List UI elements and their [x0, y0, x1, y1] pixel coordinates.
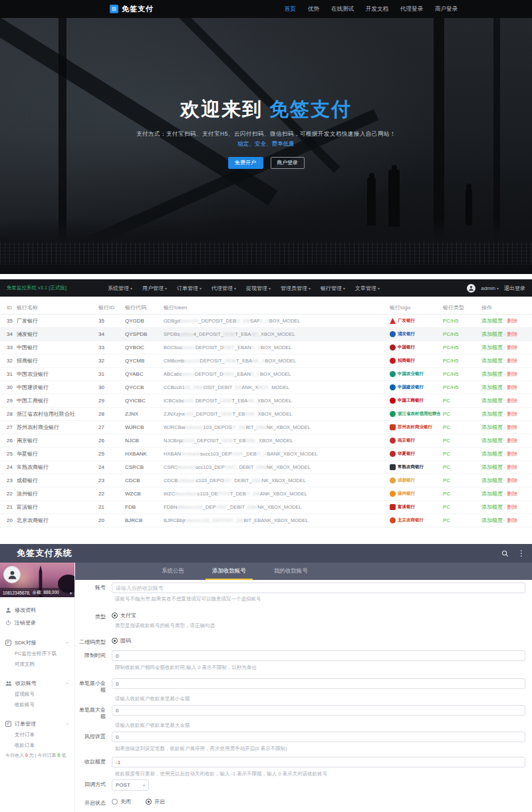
add-quota-link[interactable]: 添加额度: [481, 411, 503, 417]
site-logo[interactable]: 免签支付: [110, 4, 154, 14]
admin-nav-dropdown[interactable]: 管理员管理: [281, 285, 311, 292]
max-amount-input[interactable]: [112, 705, 525, 716]
delete-link[interactable]: 删除: [507, 424, 517, 430]
search-icon[interactable]: [501, 550, 509, 557]
sidebar-item-edit-profile[interactable]: 修改资料: [0, 604, 74, 616]
row-operations: 添加额度/删除: [481, 397, 532, 404]
admin-nav-dropdown[interactable]: 银行管理: [321, 285, 345, 292]
quota-input[interactable]: [112, 757, 525, 767]
add-quota-link[interactable]: 添加额度: [481, 504, 503, 510]
collapse-icon[interactable]: −: [66, 680, 69, 686]
add-quota-link[interactable]: 添加额度: [481, 491, 503, 497]
add-quota-link[interactable]: 添加额度: [481, 318, 503, 324]
status-on-radio[interactable]: [146, 799, 152, 805]
delete-link[interactable]: 删除: [507, 371, 517, 377]
bank-name: 华夏银行: [17, 450, 98, 458]
delete-link[interactable]: 删除: [507, 504, 517, 510]
admin-user-dropdown[interactable]: admin: [481, 285, 499, 291]
bank-code: WJRCB: [125, 424, 164, 430]
sidebar-item-receive-orders[interactable]: 收款订单: [0, 740, 74, 751]
sidebar-item-docs[interactable]: 对接文档: [0, 659, 74, 670]
delete-link[interactable]: 删除: [507, 451, 517, 457]
collapse-icon[interactable]: −: [66, 721, 69, 727]
delete-link[interactable]: 删除: [507, 398, 517, 404]
delete-link[interactable]: 删除: [507, 517, 517, 523]
sidebar-group-sdk[interactable]: P SDK对接 −: [0, 636, 74, 648]
add-quota-link[interactable]: 添加额度: [481, 451, 503, 457]
profile-balance: 余额: 888,000: [33, 590, 59, 596]
delete-link[interactable]: 删除: [507, 491, 517, 497]
delete-link[interactable]: 删除: [507, 464, 517, 470]
delete-link[interactable]: 删除: [507, 477, 517, 483]
add-quota-link[interactable]: 添加额度: [481, 358, 503, 364]
admin-nav-dropdown[interactable]: 代理管理: [211, 285, 236, 292]
bank-name: 南京银行: [17, 437, 98, 444]
sidebar-group-orders[interactable]: P 订单管理 −: [0, 718, 74, 730]
add-quota-link[interactable]: 添加额度: [481, 398, 503, 404]
user-icon: [7, 570, 17, 580]
bank-logo-text: 招商银行: [398, 358, 415, 364]
admin-nav-dropdown[interactable]: 文章管理: [355, 285, 380, 292]
sidebar-group-accounts[interactable]: 收款账号 −: [0, 677, 74, 689]
delete-link[interactable]: 删除: [507, 344, 517, 350]
callback-method-select[interactable]: POST ▾: [112, 779, 149, 791]
add-quota-link[interactable]: 添加额度: [481, 344, 503, 350]
add-quota-link[interactable]: 添加额度: [481, 384, 503, 390]
form-row-risk: 风控设置: [75, 732, 525, 742]
risk-input[interactable]: [112, 732, 525, 742]
delete-link[interactable]: 删除: [507, 384, 517, 390]
bank-logo-text: 浙江省农村信用社联合社: [398, 411, 440, 417]
chevron-down-icon[interactable]: ▾: [70, 591, 72, 595]
sidebar-item-logout[interactable]: 注销登录: [0, 616, 74, 629]
delete-link[interactable]: 删除: [507, 318, 517, 324]
collapse-icon[interactable]: −: [66, 640, 69, 646]
alipay-radio[interactable]: [112, 612, 118, 618]
nav-link[interactable]: 开发文档: [366, 5, 388, 13]
admin-nav-dropdown[interactable]: 提现管理: [246, 285, 271, 292]
sidebar-item-receive-account[interactable]: 收款账号: [0, 700, 74, 710]
sidebar-item-withdraw-account[interactable]: 提现账号: [0, 689, 74, 700]
delete-link[interactable]: 删除: [507, 438, 517, 444]
min-amount-input[interactable]: [112, 678, 525, 689]
sidebar-item-pay-orders[interactable]: 支付订单: [0, 730, 74, 740]
bank-token: CSRCBcsrcbsucc103_DEPOSIT_DEBIT_EBANK_XB…: [164, 464, 390, 470]
delete-link[interactable]: 删除: [507, 411, 517, 417]
add-quota-link[interactable]: 添加额度: [481, 424, 503, 430]
person-silhouette: [388, 170, 400, 227]
add-quota-link[interactable]: 添加额度: [481, 371, 503, 377]
fixed-qr-radio[interactable]: [112, 638, 118, 644]
admin-nav-dropdown[interactable]: 订单管理: [177, 285, 201, 292]
tab[interactable]: 我的收款账号: [273, 567, 309, 580]
nav-link[interactable]: 在线测试: [331, 5, 354, 13]
today-stats: 今日收入 0 元 | 今日订单 0 笔: [5, 752, 66, 759]
bank-name: 广发银行: [17, 317, 98, 325]
admin-nav-dropdown[interactable]: 系统管理: [108, 285, 132, 292]
nav-link[interactable]: 首页: [285, 5, 296, 13]
account-input[interactable]: [112, 583, 525, 593]
hero-title-white: 欢迎来到: [180, 98, 263, 120]
nav-link[interactable]: 代理登录: [400, 5, 423, 13]
admin-avatar[interactable]: [467, 284, 475, 293]
add-quota-link[interactable]: 添加额度: [481, 331, 503, 337]
add-quota-link[interactable]: 添加额度: [481, 477, 503, 483]
add-quota-link[interactable]: 添加额度: [481, 438, 503, 444]
logout-link[interactable]: 退出登录: [504, 285, 525, 292]
admin-nav-dropdown[interactable]: 用户管理: [142, 285, 167, 292]
sidebar-item-pc-download[interactable]: PC监控全程序下载: [0, 648, 74, 659]
status-off-radio[interactable]: [112, 799, 118, 805]
bank-token: ICBCicbc103_DEPOSIT_DEBIT_EBANK_XBOX_MOD…: [164, 398, 390, 404]
delete-link[interactable]: 删除: [507, 331, 517, 337]
add-quota-link[interactable]: 添加额度: [481, 464, 503, 470]
delete-link[interactable]: 删除: [507, 358, 517, 364]
merchant-login-button[interactable]: 商户登录: [271, 157, 305, 169]
more-menu-icon[interactable]: ⋮: [517, 549, 525, 557]
add-quota-link[interactable]: 添加额度: [481, 517, 503, 523]
tab[interactable]: 添加收款账号: [211, 567, 247, 580]
open-account-button[interactable]: 免费开户: [228, 157, 263, 169]
profile-avatar[interactable]: [3, 566, 21, 583]
nav-link[interactable]: 优势: [308, 5, 319, 13]
tab[interactable]: 系统公告: [160, 567, 186, 580]
nav-link[interactable]: 商户登录: [435, 5, 458, 13]
limit-time-input[interactable]: [112, 650, 525, 661]
merchant-title: 免签支付系统: [17, 547, 72, 559]
